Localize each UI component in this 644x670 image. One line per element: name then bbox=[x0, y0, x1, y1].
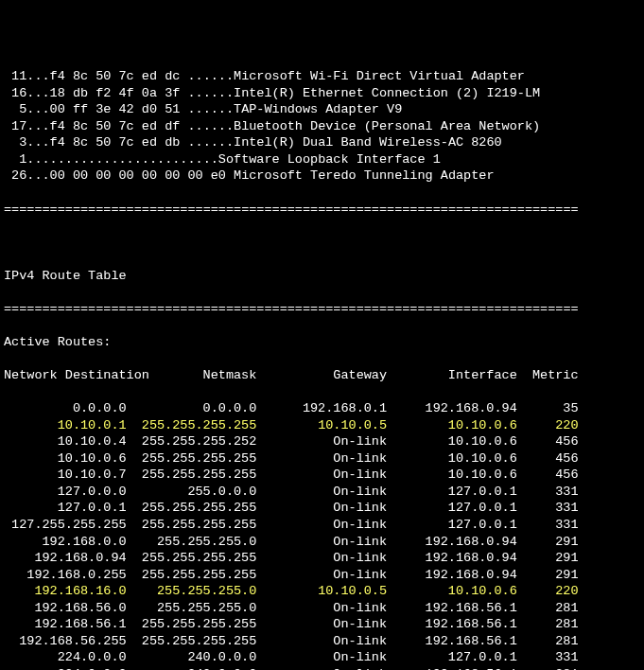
route-destination: 0.0.0.0 bbox=[4, 400, 127, 417]
route-metric: 35 bbox=[517, 400, 579, 417]
header-interface: Interface bbox=[387, 367, 517, 384]
route-netmask: 240.0.0.0 bbox=[127, 666, 257, 670]
route-interface: 192.168.56.1 bbox=[387, 633, 517, 650]
route-gateway: On-link bbox=[256, 450, 387, 467]
route-gateway: On-link bbox=[256, 633, 387, 650]
route-gateway: On-link bbox=[256, 666, 387, 670]
route-header-row: Network DestinationNetmaskGatewayInterfa… bbox=[4, 367, 640, 384]
interface-row: 11...f4 8c 50 7c ed dc ......Microsoft W… bbox=[4, 68, 640, 85]
route-netmask: 0.0.0.0 bbox=[127, 400, 257, 417]
route-metric: 456 bbox=[517, 450, 579, 467]
route-interface: 192.168.56.1 bbox=[387, 616, 517, 633]
route-gateway: 10.10.0.5 bbox=[256, 417, 387, 434]
route-gateway: On-link bbox=[256, 600, 387, 617]
interface-row: 26...00 00 00 00 00 00 00 e0 Microsoft T… bbox=[4, 168, 640, 185]
route-row: 10.10.0.4255.255.255.252On-link10.10.0.6… bbox=[4, 433, 640, 450]
route-metric: 281 bbox=[517, 633, 579, 650]
route-metric: 291 bbox=[517, 567, 579, 584]
route-row: 192.168.0.94255.255.255.255On-link192.16… bbox=[4, 550, 640, 567]
route-interface: 127.0.0.1 bbox=[387, 484, 517, 501]
route-interface: 10.10.0.6 bbox=[387, 467, 517, 484]
divider: ========================================… bbox=[4, 301, 640, 318]
divider: ========================================… bbox=[4, 202, 640, 219]
route-interface: 192.168.56.1 bbox=[387, 666, 517, 670]
route-destination: 127.255.255.255 bbox=[4, 517, 127, 534]
route-destination: 10.10.0.4 bbox=[4, 433, 127, 450]
interface-row: 5...00 ff 3e 42 d0 51 ......TAP-Windows … bbox=[4, 101, 640, 118]
route-row: 192.168.56.1255.255.255.255On-link192.16… bbox=[4, 616, 640, 633]
route-interface: 127.0.0.1 bbox=[387, 517, 517, 534]
route-destination: 192.168.0.0 bbox=[4, 534, 127, 551]
header-gateway: Gateway bbox=[256, 367, 387, 384]
interface-row: 17...f4 8c 50 7c ed df ......Bluetooth D… bbox=[4, 118, 640, 135]
route-row: 10.10.0.6255.255.255.255On-link10.10.0.6… bbox=[4, 450, 640, 467]
route-netmask: 255.255.255.255 bbox=[127, 616, 257, 633]
route-row: 192.168.0.0255.255.255.0On-link192.168.0… bbox=[4, 534, 640, 551]
route-netmask: 255.0.0.0 bbox=[127, 484, 257, 501]
route-interface: 127.0.0.1 bbox=[387, 500, 517, 517]
route-destination: 127.0.0.1 bbox=[4, 500, 127, 517]
route-interface: 192.168.56.1 bbox=[387, 600, 517, 617]
route-gateway: On-link bbox=[256, 433, 387, 450]
blank-line bbox=[4, 235, 640, 252]
route-interface: 192.168.0.94 bbox=[387, 567, 517, 584]
route-row: 127.255.255.255255.255.255.255On-link127… bbox=[4, 517, 640, 534]
route-row: 127.0.0.1255.255.255.255On-link127.0.0.1… bbox=[4, 500, 640, 517]
route-row: 192.168.16.0255.255.255.010.10.0.510.10.… bbox=[4, 583, 640, 600]
route-destination: 192.168.0.94 bbox=[4, 550, 127, 567]
route-row: 192.168.0.255255.255.255.255On-link192.1… bbox=[4, 567, 640, 584]
route-netmask: 255.255.255.255 bbox=[127, 517, 257, 534]
route-netmask: 240.0.0.0 bbox=[127, 649, 257, 666]
route-netmask: 255.255.255.255 bbox=[127, 417, 257, 434]
route-metric: 281 bbox=[517, 666, 579, 670]
route-gateway: On-link bbox=[256, 517, 387, 534]
route-list: 0.0.0.00.0.0.0192.168.0.1192.168.0.94351… bbox=[4, 400, 640, 670]
active-routes-label: Active Routes: bbox=[4, 334, 640, 351]
route-gateway: On-link bbox=[256, 550, 387, 567]
route-netmask: 255.255.255.255 bbox=[127, 450, 257, 467]
route-netmask: 255.255.255.0 bbox=[127, 600, 257, 617]
route-metric: 291 bbox=[517, 550, 579, 567]
route-metric: 281 bbox=[517, 600, 579, 617]
route-row: 224.0.0.0240.0.0.0On-link192.168.56.1281 bbox=[4, 666, 640, 670]
route-metric: 331 bbox=[517, 500, 579, 517]
route-netmask: 255.255.255.255 bbox=[127, 633, 257, 650]
route-destination: 224.0.0.0 bbox=[4, 649, 127, 666]
route-gateway: On-link bbox=[256, 567, 387, 584]
route-metric: 456 bbox=[517, 433, 579, 450]
route-row: 192.168.56.255255.255.255.255On-link192.… bbox=[4, 633, 640, 650]
route-netmask: 255.255.255.255 bbox=[127, 467, 257, 484]
route-interface: 10.10.0.6 bbox=[387, 450, 517, 467]
interface-row: 16...18 db f2 4f 0a 3f ......Intel(R) Et… bbox=[4, 85, 640, 102]
route-destination: 127.0.0.0 bbox=[4, 484, 127, 501]
route-row: 10.10.0.7255.255.255.255On-link10.10.0.6… bbox=[4, 467, 640, 484]
route-row: 127.0.0.0255.0.0.0On-link127.0.0.1331 bbox=[4, 484, 640, 501]
interface-row: 1.........................Software Loopb… bbox=[4, 151, 640, 168]
route-row: 224.0.0.0240.0.0.0On-link127.0.0.1331 bbox=[4, 649, 640, 666]
route-metric: 281 bbox=[517, 616, 579, 633]
route-gateway: On-link bbox=[256, 649, 387, 666]
header-metric: Metric bbox=[517, 367, 579, 384]
route-row: 10.10.0.1255.255.255.25510.10.0.510.10.0… bbox=[4, 417, 640, 434]
interface-row: 3...f4 8c 50 7c ed db ......Intel(R) Dua… bbox=[4, 134, 640, 151]
route-gateway: On-link bbox=[256, 616, 387, 633]
interface-list: 11...f4 8c 50 7c ed dc ......Microsoft W… bbox=[4, 68, 640, 185]
route-table-title: IPv4 Route Table bbox=[4, 268, 640, 285]
route-destination: 192.168.16.0 bbox=[4, 583, 127, 600]
route-netmask: 255.255.255.0 bbox=[127, 534, 257, 551]
route-gateway: On-link bbox=[256, 467, 387, 484]
route-netmask: 255.255.255.255 bbox=[127, 567, 257, 584]
route-interface: 192.168.0.94 bbox=[387, 550, 517, 567]
route-destination: 10.10.0.1 bbox=[4, 417, 127, 434]
route-netmask: 255.255.255.252 bbox=[127, 433, 257, 450]
header-destination: Network Destination bbox=[4, 367, 127, 384]
header-netmask: Netmask bbox=[127, 367, 257, 384]
route-destination: 10.10.0.6 bbox=[4, 450, 127, 467]
route-metric: 291 bbox=[517, 534, 579, 551]
route-metric: 331 bbox=[517, 484, 579, 501]
route-interface: 10.10.0.6 bbox=[387, 417, 517, 434]
route-gateway: 192.168.0.1 bbox=[256, 400, 387, 417]
route-gateway: On-link bbox=[256, 500, 387, 517]
route-interface: 192.168.0.94 bbox=[387, 534, 517, 551]
route-interface: 127.0.0.1 bbox=[387, 649, 517, 666]
